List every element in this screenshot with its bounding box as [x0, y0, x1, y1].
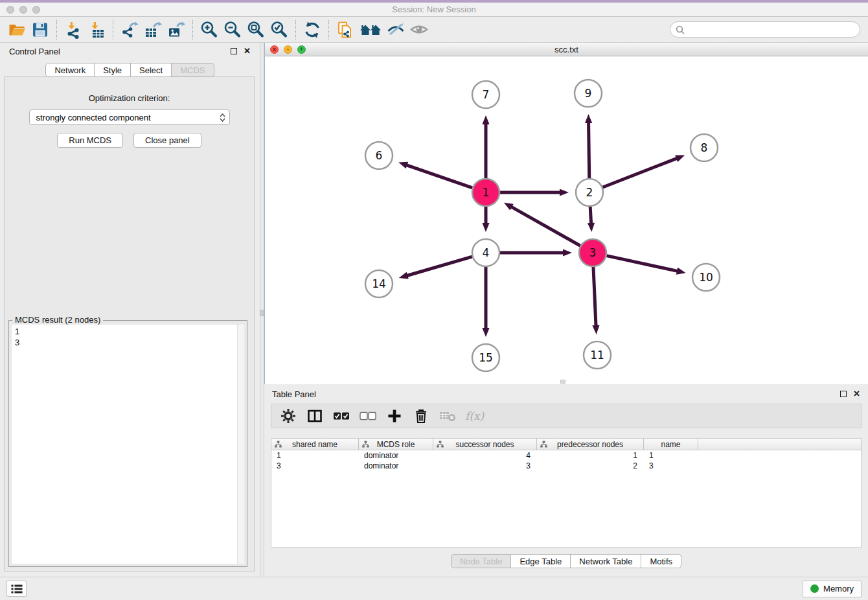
export-network-button[interactable] — [118, 19, 141, 41]
gear-button[interactable] — [279, 407, 297, 425]
delete-icon — [413, 408, 429, 424]
tab-network[interactable]: Network — [45, 63, 95, 77]
export-image-icon — [167, 21, 185, 39]
zoom-fit-button[interactable] — [244, 19, 268, 41]
column-header-successor-nodes[interactable]: successor nodes — [433, 439, 537, 450]
table-cell[interactable]: 3 — [644, 461, 698, 471]
clone-network-button[interactable] — [334, 19, 357, 41]
graph-node-label: 9 — [585, 87, 592, 100]
gear-icon — [280, 408, 296, 424]
zoom-out-button[interactable] — [221, 19, 244, 41]
export-network-icon — [120, 21, 139, 39]
mcds-result-area: 1 3 — [12, 325, 244, 564]
memory-button[interactable]: Memory — [803, 581, 862, 597]
function-builder-button[interactable]: f(x) — [465, 407, 484, 425]
graph-edge-arrow — [399, 272, 409, 279]
show-all-button[interactable] — [407, 19, 431, 41]
open-session-button[interactable] — [5, 19, 29, 41]
deselect-all-columns-button[interactable] — [359, 407, 377, 425]
graph-edge-3-1[interactable] — [510, 206, 580, 246]
graph-edge-3-11[interactable] — [593, 267, 596, 327]
node-table-header: shared nameMCDS rolesuccessor nodesprede… — [271, 439, 861, 450]
status-bar: Memory — [0, 577, 868, 600]
splitter-grip-icon[interactable] — [260, 310, 264, 316]
toolbar-separator — [192, 20, 193, 40]
graph-edge-4-14[interactable] — [405, 257, 472, 276]
delete-table-button[interactable] — [439, 407, 457, 425]
tab-select[interactable]: Select — [131, 63, 172, 77]
table-row[interactable]: 3dominator323 — [271, 461, 861, 471]
save-session-button[interactable] — [29, 19, 52, 41]
toolbar-separator — [295, 20, 296, 40]
table-cell[interactable]: 4 — [433, 450, 537, 461]
tab-node-table[interactable]: Node Table — [451, 554, 512, 568]
refresh-view-button[interactable] — [301, 19, 324, 41]
tab-motifs[interactable]: Motifs — [641, 554, 681, 568]
close-panel-icon[interactable]: ✕ — [244, 48, 251, 54]
export-table-icon — [144, 21, 162, 39]
node-table[interactable]: shared nameMCDS rolesuccessor nodesprede… — [271, 438, 862, 548]
table-cell[interactable]: 1 — [271, 450, 359, 461]
column-header-MCDS-role[interactable]: MCDS role — [359, 439, 433, 450]
table-cell[interactable]: 2 — [537, 461, 644, 471]
select-all-columns-button[interactable] — [332, 407, 350, 425]
delete-button[interactable] — [412, 407, 430, 425]
zoom-fit-icon — [246, 20, 266, 40]
close-panel-icon[interactable]: ✕ — [853, 391, 860, 397]
splitter-grip-icon[interactable] — [560, 380, 565, 384]
close-panel-button[interactable]: Close panel — [133, 133, 201, 148]
table-cell[interactable]: 3 — [433, 461, 537, 471]
tab-mcds[interactable]: MCDS — [172, 63, 214, 77]
network-canvas[interactable]: 7968124314101511 — [265, 56, 868, 384]
zoom-selected-button[interactable] — [268, 19, 291, 41]
control-panel: Control Panel ✕ NetworkStyleSelectMCDS O… — [0, 43, 260, 577]
add-column-button[interactable] — [385, 407, 404, 425]
show-all-icon — [409, 20, 429, 40]
graph-node-label: 6 — [376, 149, 383, 162]
graph-edge-arrow — [592, 325, 599, 334]
task-history-button[interactable] — [6, 581, 27, 597]
graph-edge-2-8[interactable] — [602, 158, 678, 187]
export-image-button[interactable] — [165, 19, 188, 41]
column-header-name[interactable]: name — [644, 439, 698, 450]
split-columns-button[interactable] — [306, 407, 324, 425]
float-panel-icon[interactable] — [840, 391, 847, 397]
table-cell[interactable]: dominator — [359, 450, 433, 461]
tab-edge-table[interactable]: Edge Table — [511, 554, 571, 568]
mcds-result-text[interactable]: 1 3 — [12, 325, 237, 564]
table-cell[interactable]: 1 — [537, 450, 644, 461]
export-table-button[interactable] — [141, 19, 165, 41]
result-scrollbar[interactable] — [237, 325, 244, 564]
import-network-button[interactable] — [62, 19, 85, 41]
table-panel-title: Table Panel — [272, 389, 316, 399]
zoom-in-button[interactable] — [198, 19, 221, 41]
graph-edge-2-3[interactable] — [590, 207, 591, 225]
home-layout-button[interactable] — [357, 19, 384, 41]
run-mcds-button[interactable]: Run MCDS — [57, 133, 123, 148]
column-header-shared-name[interactable]: shared name — [271, 439, 359, 450]
optimization-criterion-select[interactable]: strongly connected component — [29, 110, 230, 125]
column-header-predecessor-nodes[interactable]: predecessor nodes — [537, 439, 644, 450]
column-label: successor nodes — [455, 440, 514, 449]
tab-network-table[interactable]: Network Table — [571, 554, 641, 568]
table-cell[interactable]: 1 — [644, 450, 698, 461]
tab-style[interactable]: Style — [95, 63, 131, 77]
float-panel-icon[interactable] — [231, 48, 237, 54]
application-window: Session: New Session — [0, 0, 868, 600]
graph-edge-3-10[interactable] — [606, 256, 678, 271]
import-table-button[interactable] — [85, 19, 108, 41]
table-cell[interactable]: 3 — [271, 461, 359, 471]
hide-selected-button[interactable] — [384, 19, 407, 41]
graph-edge-1-6[interactable] — [405, 165, 473, 188]
search-input[interactable] — [688, 25, 854, 34]
search-field[interactable] — [670, 21, 860, 38]
table-panel-tabs: Node TableEdge TableNetwork TableMotifs — [264, 554, 868, 568]
zoom-out-icon — [223, 20, 242, 40]
vertical-splitter[interactable] — [260, 43, 264, 577]
network-window-titlebar[interactable]: x - + scc.txt — [265, 43, 868, 56]
table-cell[interactable]: dominator — [359, 461, 433, 471]
table-row[interactable]: 1dominator411 — [271, 450, 861, 461]
graph-node-label: 15 — [479, 351, 493, 364]
zoom-selected-icon — [269, 20, 289, 40]
graph-edge-2-9[interactable] — [589, 121, 589, 178]
